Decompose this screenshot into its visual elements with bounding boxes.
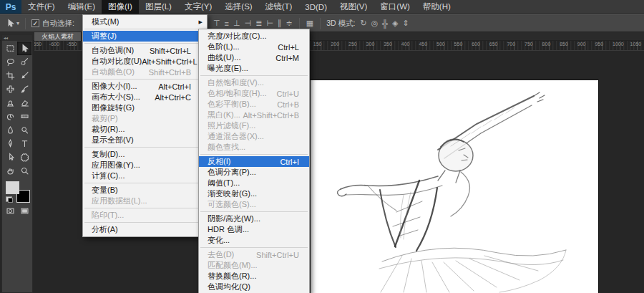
gradient-tool[interactable]	[17, 110, 31, 123]
align-hcenter-icon[interactable]: ≣	[255, 19, 262, 28]
menu-item-17[interactable]: 计算(C)...	[83, 170, 207, 181]
distribute-horiz-icon[interactable]: ≑	[286, 19, 293, 28]
tool-preset-caret-icon[interactable]: ▾	[16, 20, 19, 27]
menubar-item-2[interactable]: 图像(I)	[102, 0, 139, 14]
menu-item-8[interactable]: 图像大小(I)...Alt+Ctrl+I	[83, 81, 207, 92]
menu-item-15[interactable]: 复制(D)...	[83, 149, 207, 160]
menu-item-24[interactable]: 匹配颜色(M)...	[199, 260, 309, 271]
menu-item-2[interactable]: 曲线(U)...Ctrl+M	[199, 52, 309, 63]
move-tool[interactable]	[17, 42, 31, 55]
distribute-vert-icon[interactable]: ∥	[278, 19, 282, 28]
3d-pan-icon[interactable]: ╬	[382, 19, 388, 28]
menu-item-17[interactable]: 可选颜色(S)...	[199, 199, 309, 210]
menubar-item-0[interactable]: 文件(F)	[21, 0, 62, 14]
menu-item-5[interactable]: 自动对比度(U)Alt+Shift+Ctrl+L	[83, 56, 207, 67]
eraser-tool[interactable]	[17, 96, 31, 110]
menu-item-2[interactable]: 调整(J)▶	[83, 31, 207, 42]
menu-item-13[interactable]: 反相(I)Ctrl+I	[199, 156, 309, 167]
document-tab[interactable]: 火焰人素材	[34, 32, 81, 41]
menubar-item-9[interactable]: 窗口(W)	[374, 0, 416, 14]
menubar-item-8[interactable]: 视图(V)	[333, 0, 374, 14]
menu-item-10[interactable]: 图像旋转(G)▶	[83, 102, 207, 113]
menu-item-12[interactable]: 裁切(R)...	[83, 124, 207, 135]
menu-item-26[interactable]: 色调均化(Q)	[199, 282, 309, 292]
menu-item-14[interactable]: 色调分离(P)...	[199, 167, 309, 178]
menubar-item-10[interactable]: 帮助(H)	[416, 0, 457, 14]
menubar-item-6[interactable]: 滤镜(T)	[259, 0, 299, 14]
3d-zoom-icon[interactable]: ⇕	[403, 19, 409, 28]
menubar-item-7[interactable]: 3D(D)	[298, 0, 333, 14]
menu-item-25[interactable]: 替换颜色(R)...	[199, 271, 309, 282]
dodge-tool[interactable]	[17, 123, 31, 137]
foreground-color-swatch[interactable]	[6, 181, 19, 194]
menu-item-5[interactable]: 自然饱和度(V)...	[199, 77, 309, 88]
menu-item-4[interactable]: 自动色调(N)Shift+Ctrl+L	[83, 45, 207, 56]
path-select-tool[interactable]	[3, 150, 17, 164]
menu-item-19[interactable]: 变量(B)▶	[83, 185, 207, 196]
menu-item-24[interactable]: 分析(A)▶	[83, 224, 207, 235]
default-colors-icon[interactable]	[6, 196, 12, 202]
menu-item-20[interactable]: HDR 色调...	[199, 224, 309, 235]
menubar-item-1[interactable]: 编辑(E)	[62, 0, 102, 14]
menu-item-23[interactable]: 去色(D)Shift+Ctrl+U	[199, 249, 309, 260]
menu-item-label: 色阶(L)...	[208, 42, 240, 52]
menu-item-15[interactable]: 阈值(T)...	[199, 178, 309, 188]
hand-tool[interactable]	[3, 164, 17, 178]
align-vcenter-icon[interactable]: ≡	[225, 19, 229, 28]
document-canvas[interactable]	[311, 80, 598, 293]
menu-item-16[interactable]: 应用图像(Y)...	[83, 160, 207, 170]
menu-item-label: 阈值(T)...	[208, 178, 240, 188]
menu-item-16[interactable]: 渐变映射(G)...	[199, 188, 309, 199]
menu-item-1[interactable]: 色阶(L)...Ctrl+L	[199, 42, 309, 52]
menu-item-11[interactable]: 裁剪(P)	[83, 113, 207, 124]
align-top-icon[interactable]: ⊤	[213, 19, 220, 28]
menu-item-0[interactable]: 亮度/对比度(C)...	[199, 31, 309, 42]
auto-align-icon[interactable]: ▦	[306, 19, 313, 28]
custom-shape-tool[interactable]	[17, 150, 31, 164]
rect-marquee-tool[interactable]	[3, 42, 17, 55]
menu-item-11[interactable]: 颜色查找...	[199, 142, 309, 153]
menu-item-20[interactable]: 应用数据组(L)...	[83, 196, 207, 206]
menu-item-label: 色相/饱和度(H)...	[208, 88, 267, 99]
lasso-tool[interactable]	[3, 55, 17, 69]
brush-tool[interactable]	[17, 82, 31, 96]
menu-item-19[interactable]: 阴影/高光(W)...	[199, 213, 309, 224]
3d-slide-icon[interactable]: ◈	[392, 19, 398, 28]
ruler-tick-label: 250	[348, 42, 357, 47]
menubar-item-4[interactable]: 文字(Y)	[178, 0, 218, 14]
zoom-tool[interactable]	[17, 164, 31, 178]
move-tool-icon[interactable]	[6, 19, 15, 28]
menu-item-13[interactable]: 显示全部(V)	[83, 135, 207, 145]
quick-select-tool[interactable]	[17, 55, 31, 69]
align-left-icon[interactable]: ⊣	[245, 19, 252, 28]
menu-item-22[interactable]: 陷印(T)...	[83, 210, 207, 221]
blur-tool[interactable]	[3, 123, 17, 137]
healing-brush-tool[interactable]	[3, 82, 17, 96]
menu-item-10[interactable]: 通道混合器(X)...	[199, 131, 309, 142]
menu-item-8[interactable]: 黑白(K)...Alt+Shift+Ctrl+B	[199, 110, 309, 120]
screen-mode-button[interactable]	[17, 204, 31, 218]
menu-item-6[interactable]: 色相/饱和度(H)...Ctrl+U	[199, 88, 309, 99]
3d-orbit-icon[interactable]: ↻	[360, 19, 366, 28]
toolbar-collapse-icon[interactable]: ◂◂	[2, 35, 32, 41]
pen-tool[interactable]	[3, 137, 17, 150]
menubar-item-5[interactable]: 选择(S)	[218, 0, 258, 14]
align-bottom-icon[interactable]: ⊥	[233, 19, 240, 28]
menu-item-9[interactable]: 照片滤镜(F)...	[199, 120, 309, 131]
menu-item-9[interactable]: 画布大小(S)...Alt+Ctrl+C	[83, 92, 207, 102]
auto-select-checkbox[interactable]: ✓	[31, 19, 39, 27]
menu-item-21[interactable]: 变化...	[199, 235, 309, 246]
menu-item-3[interactable]: 曝光度(E)...	[199, 63, 309, 74]
align-right-icon[interactable]: ⊢	[266, 19, 273, 28]
clone-stamp-tool[interactable]	[3, 96, 17, 110]
menu-item-6[interactable]: 自动颜色(O)Shift+Ctrl+B	[83, 67, 207, 77]
crop-tool[interactable]	[3, 69, 17, 82]
3d-roll-icon[interactable]: ◎	[371, 19, 379, 28]
quick-mask-button[interactable]	[3, 204, 17, 218]
menu-item-7[interactable]: 色彩平衡(B)...Ctrl+B	[199, 99, 309, 110]
type-tool[interactable]	[17, 137, 31, 150]
menu-item-0[interactable]: 模式(M)▶	[83, 16, 207, 27]
menubar-item-3[interactable]: 图层(L)	[139, 0, 178, 14]
history-brush-tool[interactable]	[3, 110, 17, 123]
eyedropper-tool[interactable]	[17, 69, 31, 82]
